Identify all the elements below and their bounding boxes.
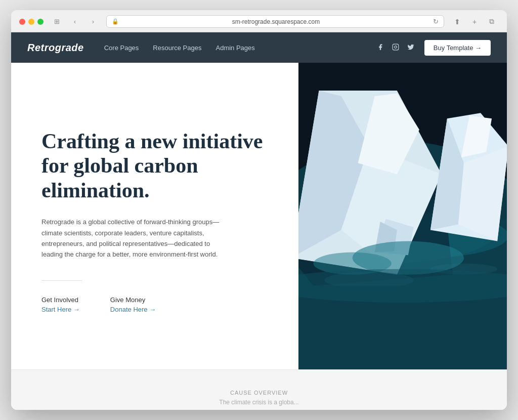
hero-image: [298, 63, 507, 369]
cta-label-get-involved: Get Involved: [41, 296, 80, 304]
hero-left: Crafting a new initiative for global car…: [11, 63, 298, 369]
nav-link-admin-pages[interactable]: Admin Pages: [215, 44, 254, 52]
cta-group-give-money: Give Money Donate Here →: [110, 296, 156, 313]
below-fold-section: Cause Overview The climate crisis is a g…: [11, 369, 507, 410]
sidebar-toggle-button[interactable]: ⊞: [50, 16, 64, 27]
site-logo[interactable]: Retrograde: [27, 42, 84, 54]
browser-actions: ⬆ + ⧉: [450, 16, 499, 27]
twitter-icon[interactable]: [407, 44, 414, 52]
hero-ctas: Get Involved Start Here → Give Money Don…: [41, 296, 268, 313]
site-nav: Retrograde Core Pages Resource Pages Adm…: [11, 32, 507, 63]
maximize-button[interactable]: [37, 19, 44, 25]
hero-divider: [41, 280, 82, 281]
site-content: Retrograde Core Pages Resource Pages Adm…: [11, 32, 507, 410]
minimize-button[interactable]: [28, 19, 34, 25]
instagram-icon[interactable]: [392, 44, 399, 52]
address-bar[interactable]: 🔒 sm-retrograde.squarespace.com ↻: [106, 15, 444, 28]
hero-section: Crafting a new initiative for global car…: [11, 63, 507, 369]
lock-icon: 🔒: [112, 18, 119, 25]
forward-button[interactable]: ›: [86, 16, 100, 27]
hero-description: Retrograde is a global collective of for…: [41, 217, 224, 260]
cta-link-donate-here[interactable]: Donate Here →: [110, 306, 156, 313]
cta-link-start-here[interactable]: Start Here →: [41, 306, 80, 313]
browser-window: ⊞ ‹ › 🔒 sm-retrograde.squarespace.com ↻ …: [11, 10, 507, 410]
facebook-icon[interactable]: [377, 44, 384, 52]
close-button[interactable]: [19, 19, 25, 25]
browser-controls: ⊞ ‹ ›: [50, 16, 100, 27]
hero-title: Crafting a new initiative for global car…: [41, 129, 268, 202]
section-teaser: The climate crisis is a globa...: [219, 399, 298, 406]
share-button[interactable]: ⬆: [450, 16, 464, 27]
iceberg-svg: [298, 63, 507, 369]
back-button[interactable]: ‹: [68, 16, 82, 27]
cta-label-give-money: Give Money: [110, 296, 156, 304]
svg-point-23: [298, 269, 507, 303]
url-text: sm-retrograde.squarespace.com: [122, 18, 430, 25]
tabs-button[interactable]: ⧉: [485, 16, 499, 27]
new-tab-button[interactable]: +: [467, 16, 482, 27]
browser-chrome: ⊞ ‹ › 🔒 sm-retrograde.squarespace.com ↻ …: [11, 10, 507, 32]
reload-button[interactable]: ↻: [433, 18, 439, 25]
nav-links: Core Pages Resource Pages Admin Pages: [104, 44, 377, 52]
nav-link-core-pages[interactable]: Core Pages: [104, 44, 139, 52]
svg-rect-0: [393, 44, 399, 50]
traffic-lights: [19, 19, 44, 25]
buy-template-button[interactable]: Buy Template →: [424, 40, 491, 56]
section-label: Cause Overview: [230, 390, 288, 396]
nav-social: [377, 44, 414, 52]
cta-group-get-involved: Get Involved Start Here →: [41, 296, 80, 313]
nav-link-resource-pages[interactable]: Resource Pages: [153, 44, 201, 52]
